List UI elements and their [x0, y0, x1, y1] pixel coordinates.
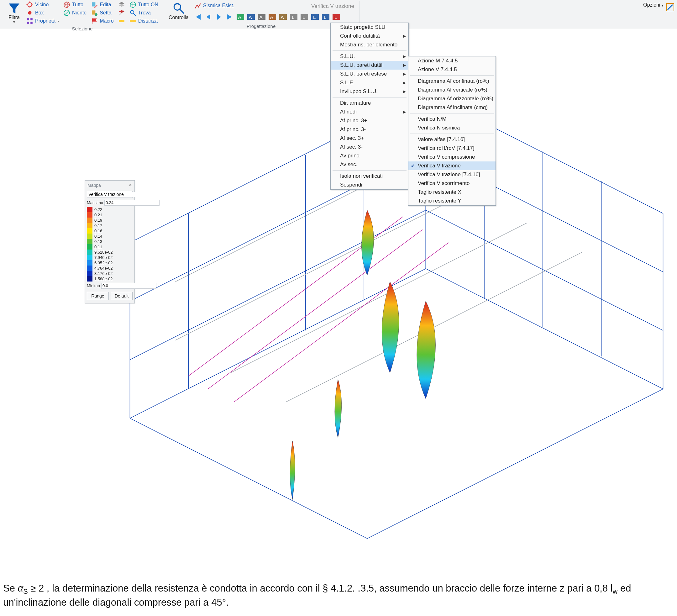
- mode-a4-icon[interactable]: A: [268, 12, 277, 22]
- next-icon[interactable]: [214, 12, 224, 22]
- trova-button[interactable]: Trova: [128, 9, 160, 16]
- ruler-icon: [118, 17, 125, 25]
- tutto-on-button[interactable]: Tutto ON: [128, 1, 160, 8]
- legend-mode-field[interactable]: [87, 192, 144, 197]
- legend-panel[interactable]: Mappa × Massimo 0.220.210.190.170.160.14…: [85, 180, 135, 303]
- menu-item[interactable]: Stato progetto SLU: [331, 23, 408, 32]
- menu-item[interactable]: Av princ.: [331, 151, 408, 160]
- group-label-progettazione: Progettazione: [166, 22, 356, 29]
- macro-button[interactable]: Macro: [90, 17, 115, 25]
- filter-button[interactable]: Filtra ▼: [5, 1, 23, 25]
- prev-icon[interactable]: [204, 12, 213, 22]
- mode-a2-icon[interactable]: A: [246, 12, 256, 22]
- setta-button[interactable]: Setta: [90, 9, 115, 16]
- tutto-button[interactable]: Tutto: [62, 1, 88, 8]
- opzioni-button[interactable]: Opzioni ▾: [643, 2, 663, 8]
- context-menu-main[interactable]: Stato progetto SLUControllo duttilitàMos…: [330, 23, 409, 190]
- color-scale-values: 0.220.210.190.170.160.140.130.119.528e-0…: [92, 207, 113, 281]
- menu-item[interactable]: Af nodi: [331, 107, 408, 116]
- svg-text:A: A: [238, 14, 241, 20]
- mode-l1-icon[interactable]: L: [289, 12, 299, 22]
- mode-l3-icon[interactable]: L: [310, 12, 320, 22]
- context-submenu[interactable]: Azione M 7.4.4.5Azione V 7.4.4.5Diagramm…: [408, 56, 496, 206]
- menu-item[interactable]: Diagramma Af confinata (ro%): [408, 77, 496, 86]
- menu-item[interactable]: Af princ. 3-: [331, 125, 408, 134]
- ruler-button[interactable]: [117, 17, 126, 25]
- menu-item[interactable]: Taglio resistente X: [408, 188, 496, 196]
- search-icon: [129, 9, 136, 16]
- controlla-button[interactable]: Controlla: [166, 1, 191, 22]
- menu-item[interactable]: Verifica N/M: [408, 115, 496, 124]
- vicino-button[interactable]: Vicino: [25, 1, 60, 8]
- range-button[interactable]: Range: [87, 292, 109, 300]
- mode-a3-icon[interactable]: A: [257, 12, 266, 22]
- menu-item[interactable]: Verifica roH/roV [7.4.17]: [408, 144, 496, 153]
- menu-item[interactable]: S.L.U. pareti estese: [331, 70, 408, 78]
- navigation-iconstrip: A A A A A L L L L L: [193, 11, 356, 22]
- mode-l5-icon[interactable]: L: [331, 12, 341, 22]
- menu-item[interactable]: Taglio resistente Y: [408, 196, 496, 205]
- close-icon[interactable]: ×: [129, 182, 132, 188]
- menu-item[interactable]: Verifica N sismica: [408, 124, 496, 132]
- svg-text:L: L: [292, 14, 294, 20]
- menu-item[interactable]: Controllo duttilità: [331, 32, 408, 40]
- default-button[interactable]: Default: [110, 292, 133, 300]
- menu-item[interactable]: Diagramma Af verticale (ro%): [408, 86, 496, 94]
- grid-icon: [26, 17, 33, 25]
- first-icon[interactable]: [193, 12, 202, 22]
- menu-item[interactable]: S.L.U. pareti duttili: [331, 61, 408, 70]
- menu-item[interactable]: S.L.E.: [331, 78, 408, 87]
- set-icon: [91, 9, 98, 16]
- mode-l2-icon[interactable]: L: [300, 12, 309, 22]
- svg-rect-29: [130, 20, 136, 21]
- menu-item[interactable]: Verifica V compressione: [408, 153, 496, 162]
- menu-item[interactable]: ✔Verifica V trazione: [408, 162, 496, 170]
- svg-line-28: [134, 13, 136, 16]
- mode-a5-icon[interactable]: A: [278, 12, 288, 22]
- box-button[interactable]: Box: [25, 9, 60, 16]
- menu-item[interactable]: Verifica V scorrimento: [408, 179, 496, 188]
- massimo-input[interactable]: [104, 200, 160, 206]
- svg-line-73: [367, 389, 663, 538]
- niente-button[interactable]: Niente: [62, 9, 88, 16]
- sismica-esist-button[interactable]: Sismica Esist.: [193, 2, 236, 9]
- menu-item[interactable]: Inviluppo S.L.U.: [331, 87, 408, 96]
- menu-item[interactable]: Af princ. 3+: [331, 116, 408, 125]
- svg-line-54: [130, 269, 425, 418]
- menu-item[interactable]: Dir. armature: [331, 99, 408, 107]
- menu-item[interactable]: Diagramma Af inclinata (cmq): [408, 103, 496, 112]
- layer-button[interactable]: [117, 1, 126, 8]
- chart-icon: [194, 2, 201, 9]
- menu-item[interactable]: Av sec.: [331, 160, 408, 169]
- menu-item[interactable]: Diagramma Af orizzontale (ro%): [408, 94, 496, 103]
- menu-item[interactable]: Valore alfas [7.4.16]: [408, 135, 496, 144]
- last-icon[interactable]: [225, 12, 234, 22]
- refresh-zoom-icon: [172, 2, 185, 15]
- menu-item[interactable]: Isola non verificati: [331, 172, 408, 181]
- distanza-button[interactable]: Distanza: [128, 17, 160, 25]
- layers-off-icon: [118, 9, 125, 16]
- menu-item[interactable]: Azione M 7.4.4.5: [408, 56, 496, 65]
- menu-item[interactable]: Sospendi: [331, 181, 408, 189]
- svg-text:L: L: [313, 14, 316, 20]
- diagnostics-icon[interactable]: [665, 2, 675, 12]
- menu-item[interactable]: Af sec. 3-: [331, 143, 408, 151]
- svg-point-16: [95, 13, 97, 16]
- mode-l4-icon[interactable]: L: [321, 12, 330, 22]
- menu-item[interactable]: Azione V 7.4.4.5: [408, 65, 496, 74]
- svg-text:L: L: [334, 14, 337, 20]
- svg-point-27: [130, 10, 134, 14]
- proprieta-button[interactable]: Proprietà▾: [25, 17, 60, 25]
- minimo-input[interactable]: [101, 283, 156, 289]
- menu-item[interactable]: Af sec. 3+: [331, 134, 408, 143]
- mode-dropdown[interactable]: Verifica V trazione: [309, 2, 356, 10]
- menu-item[interactable]: Mostra ris. per elemento: [331, 40, 408, 49]
- menu-item[interactable]: Verifica V trazione [7.4.16]: [408, 170, 496, 179]
- svg-marker-19: [119, 10, 125, 13]
- menu-item[interactable]: S.L.U.: [331, 52, 408, 61]
- svg-point-30: [174, 3, 181, 10]
- layer-off-button[interactable]: [117, 9, 126, 16]
- svg-rect-14: [92, 2, 95, 6]
- edita-button[interactable]: Edita: [90, 1, 115, 8]
- mode-a1-icon[interactable]: A: [236, 12, 245, 22]
